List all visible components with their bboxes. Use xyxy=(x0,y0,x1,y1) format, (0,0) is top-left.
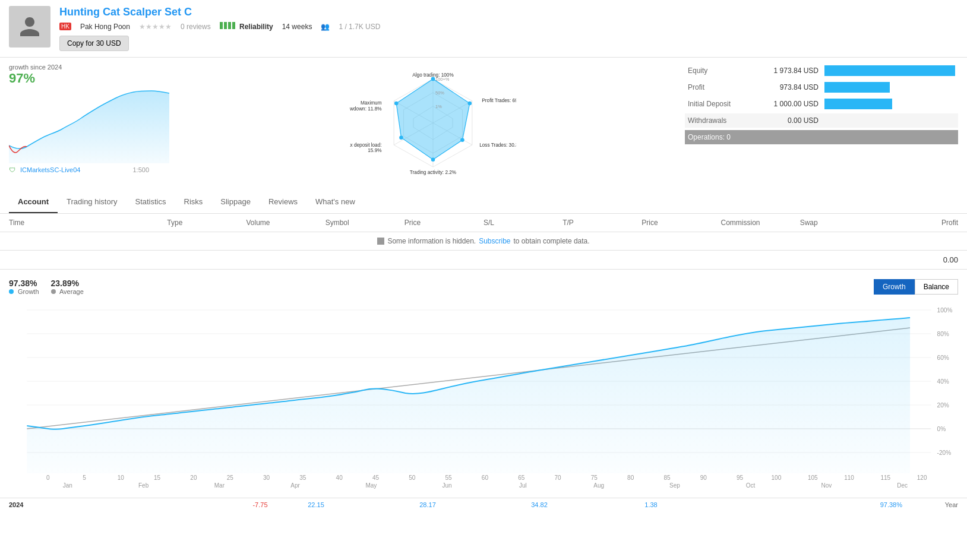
col-time: Time xyxy=(9,219,167,227)
header-info: Hunting Cat Scalper Set C HK Pak Hong Po… xyxy=(59,6,958,51)
shield-icon: 🛡 xyxy=(9,166,15,173)
month-aug: Aug xyxy=(561,482,637,489)
svg-text:Maximum: Maximum xyxy=(361,100,382,106)
initial-label: Initial Deposit xyxy=(688,100,759,108)
info-icon xyxy=(377,238,384,245)
x-label-75: 75 xyxy=(576,474,612,481)
svg-text:80%: 80% xyxy=(937,331,949,337)
tab-trading-history[interactable]: Trading history xyxy=(58,191,127,213)
initial-bar xyxy=(824,99,892,109)
growth-percent: 97% xyxy=(9,71,181,86)
avatar xyxy=(9,6,50,48)
equity-row: Equity 1 973.84 USD xyxy=(685,64,958,78)
tab-whats-new[interactable]: What's new xyxy=(306,191,364,213)
subscribe-link[interactable]: Subscribe xyxy=(479,237,510,245)
svg-text:0%: 0% xyxy=(937,426,946,432)
x-label-55: 55 xyxy=(430,474,466,481)
x-label-50: 50 xyxy=(394,474,430,481)
chart-area: 100% 80% 60% 40% 20% 0% -20% xyxy=(9,301,958,473)
svg-point-12 xyxy=(394,102,399,106)
col-price1: Price xyxy=(405,219,483,227)
col-commission: Commission xyxy=(721,219,800,227)
main-chart-svg: 100% 80% 60% 40% 20% 0% -20% xyxy=(9,301,958,473)
growth-stat-value: 97.38% xyxy=(9,279,39,288)
star-rating: ★★★★★ xyxy=(139,23,172,31)
copy-button[interactable]: Copy for 30 USD xyxy=(59,36,129,51)
bottom-spacer4 xyxy=(344,501,400,508)
month-may: May xyxy=(333,482,409,489)
broker-name[interactable]: ICMarketsSC-Live04 xyxy=(20,166,80,173)
x-label-110: 110 xyxy=(831,474,867,481)
month-feb: Feb xyxy=(106,482,182,489)
x-label-0: 0 xyxy=(30,474,66,481)
chart-type-buttons: Growth Balance xyxy=(874,279,958,295)
col-profit: Profit xyxy=(879,219,958,227)
svg-point-8 xyxy=(467,102,472,106)
tab-risks[interactable]: Risks xyxy=(175,191,212,213)
profit-row: Profit 973.84 USD xyxy=(685,80,958,94)
weeks-count: 14 weeks xyxy=(282,23,312,31)
profit-value: 973.84 USD xyxy=(759,83,824,91)
svg-text:100%: 100% xyxy=(937,307,953,314)
tab-account[interactable]: Account xyxy=(9,191,58,213)
hidden-message: Some information is hidden. xyxy=(387,237,476,245)
x-label-90: 90 xyxy=(685,474,722,481)
col-type: Type xyxy=(167,219,246,227)
col-tp: T/P xyxy=(562,219,641,227)
operations-row: Operations: 0 xyxy=(685,130,958,144)
svg-text:drawdown: 11.8%: drawdown: 11.8% xyxy=(350,106,382,112)
bottom-spacer2 xyxy=(121,501,176,508)
x-label-85: 85 xyxy=(649,474,685,481)
initial-bar-container xyxy=(824,99,955,109)
x-label-80: 80 xyxy=(612,474,649,481)
x-label-30: 30 xyxy=(248,474,285,481)
growth-button[interactable]: Growth xyxy=(874,279,915,295)
equity-value: 1 973.84 USD xyxy=(759,67,824,75)
x-label-25: 25 xyxy=(212,474,248,481)
mini-chart-area xyxy=(9,86,169,163)
x-label-35: 35 xyxy=(285,474,321,481)
bottom-val4: 34.82 xyxy=(511,501,567,508)
chart-svg-container: 100% 80% 60% 40% 20% 0% -20% xyxy=(9,301,958,473)
zero-value: 0.00 xyxy=(943,255,958,264)
month-jun: Jun xyxy=(409,482,485,489)
tab-reviews[interactable]: Reviews xyxy=(260,191,306,213)
tab-slippage[interactable]: Slippage xyxy=(211,191,260,213)
svg-point-9 xyxy=(460,138,464,143)
bottom-spacer1 xyxy=(65,501,121,508)
x-label-65: 65 xyxy=(503,474,539,481)
bottom-spacer9 xyxy=(791,501,846,508)
bottom-val1: -7.75 xyxy=(232,501,288,508)
tab-statistics[interactable]: Statistics xyxy=(127,191,175,213)
x-label-15: 15 xyxy=(139,474,175,481)
page-header: Hunting Cat Scalper Set C HK Pak Hong Po… xyxy=(0,0,967,58)
x-label-115: 115 xyxy=(867,474,903,481)
copy-icon: 👥 xyxy=(321,23,330,31)
balance-button[interactable]: Balance xyxy=(915,279,958,295)
reliability-label: Reliability xyxy=(239,23,273,31)
bottom-year-label: Year xyxy=(902,501,958,508)
withdrawals-row: Withdrawals 0.00 USD xyxy=(685,113,958,128)
financial-stats: Equity 1 973.84 USD Profit 973.84 USD In… xyxy=(685,64,958,182)
author-name: Pak Hong Poon xyxy=(80,23,130,31)
mini-chart-svg xyxy=(9,86,169,163)
profit-label: Profit xyxy=(688,83,759,91)
bottom-spacer3 xyxy=(176,501,232,508)
svg-text:50%: 50% xyxy=(435,90,444,96)
table-header: Time Type Volume Symbol Price S/L T/P Pr… xyxy=(0,214,967,232)
growth-header: 97.38% Growth 23.89% Average Growth Bala… xyxy=(9,279,958,295)
operations-label: Operations: 0 xyxy=(688,133,731,141)
country-flag: HK xyxy=(59,23,71,30)
bottom-year: 2024 xyxy=(9,501,65,508)
col-swap: Swap xyxy=(800,219,879,227)
initial-row: Initial Deposit 1 000.00 USD xyxy=(685,97,958,111)
reliability-indicator xyxy=(220,22,235,29)
x-axis-numbers: 0 5 10 15 20 25 30 35 40 45 50 55 60 65 … xyxy=(9,473,958,481)
month-jan: Jan xyxy=(30,482,106,489)
month-dec: Dec xyxy=(864,482,940,489)
profit-bar xyxy=(824,82,890,93)
col-volume: Volume xyxy=(247,219,326,227)
bottom-val3: 28.17 xyxy=(400,501,456,508)
month-oct: Oct xyxy=(713,482,789,489)
bottom-final: 97.38% xyxy=(846,501,902,508)
